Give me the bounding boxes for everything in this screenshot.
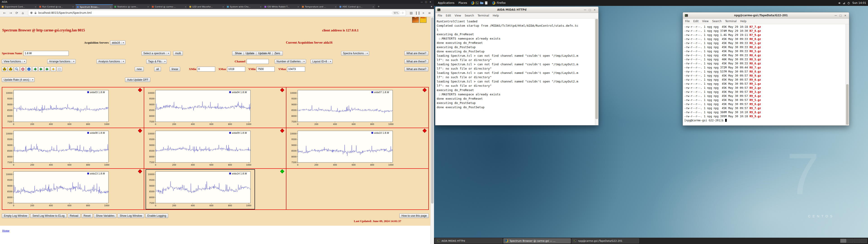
spectrum-plot[interactable]: 7500800085009000950010000020040060080010…	[288, 129, 397, 168]
close-button[interactable]: ×	[429, 1, 432, 3]
show-button[interactable]: Show	[233, 52, 243, 55]
status-diamond-red[interactable]	[423, 128, 427, 133]
spectrum-panel-aida09[interactable]: 7500800085009000950010000020040060080010…	[144, 128, 286, 169]
menu-edit[interactable]: Edit	[446, 14, 451, 17]
enable-logging-button[interactable]: Enable Logging	[145, 214, 168, 218]
close-button[interactable]: ×	[843, 14, 847, 17]
browser-tab-4[interactable]: Statistics @ carm...×	[113, 4, 151, 9]
show-log-window-button[interactable]: Show Log Window	[118, 214, 144, 218]
terminal-icon[interactable]	[475, 1, 479, 5]
scrollbar-thumb[interactable]	[431, 18, 434, 204]
show-variables-button[interactable]: Show Variables	[94, 214, 117, 218]
tab-close-icon[interactable]: ×	[372, 6, 374, 8]
sidebar-icon[interactable]: ❙❙	[415, 11, 420, 15]
arrow-right-tool-button[interactable]	[44, 67, 50, 72]
magnifier-tool-button[interactable]	[14, 67, 20, 72]
spectrum-panel-aida04[interactable]: 7500800085009000950010000020040060080010…	[144, 87, 286, 128]
close-button[interactable]: ×	[593, 8, 596, 11]
how-to-use-button[interactable]: How to use this page	[399, 214, 429, 218]
focused-app-menu[interactable]: Firefox	[490, 0, 508, 6]
tab-close-icon[interactable]: ×	[260, 6, 261, 8]
browser-tab-10[interactable]: ASIC Control @ c...×	[338, 4, 376, 9]
browser-tab-7[interactable]: System wide Che...×	[225, 4, 263, 9]
workspace-1[interactable]	[840, 239, 846, 243]
clock[interactable]: Sun 14:01	[852, 1, 866, 4]
spectrum-plot[interactable]: 7500800085009000950010000020040060080010…	[288, 88, 397, 128]
menu-search[interactable]: Search	[712, 20, 721, 23]
spectrum-plot[interactable]: 7500800085009000950010000020040060080010…	[146, 129, 254, 168]
spectrum-plot[interactable]: 7500800085009000950010000020040060080010…	[4, 129, 113, 168]
channel-input[interactable]	[247, 59, 269, 64]
reset-button[interactable]: Reset	[82, 214, 93, 218]
blank-tool-button[interactable]	[57, 67, 62, 72]
maximize-button[interactable]: □	[588, 8, 592, 11]
spectrum-panel-aida08[interactable]: 7500800085009000950010000020040060080010…	[2, 128, 144, 169]
maximize-button[interactable]: □	[839, 14, 842, 17]
diamond-tool-button[interactable]	[51, 67, 56, 72]
tab-close-icon[interactable]: ×	[222, 6, 224, 8]
maximize-button[interactable]: □	[424, 1, 428, 3]
network-icon[interactable]	[843, 2, 846, 4]
spectrum-panel-aida10[interactable]: 7500800085009000950010000020040060080010…	[286, 128, 428, 169]
workspace-4[interactable]	[861, 239, 867, 243]
terminal-tapedata-scrollbar[interactable]	[846, 24, 849, 125]
terminal-httpd-titlebar[interactable]: AIDA MIDAS HTTPd — □ ×	[435, 7, 598, 13]
tab-close-icon[interactable]: ×	[35, 6, 36, 8]
send-log-window-to-elog-button[interactable]: Send Log Window to ELog	[30, 214, 66, 218]
radiation-tool-button[interactable]	[2, 67, 7, 72]
menu-edit[interactable]: Edit	[693, 20, 699, 23]
lock-icon[interactable]	[34, 11, 37, 14]
status-diamond-red[interactable]	[423, 88, 427, 92]
menu-view[interactable]: View	[702, 20, 708, 23]
spectrum-plot[interactable]: 7500800085009000950010000020040060080010…	[146, 88, 254, 128]
acquisition-server-select[interactable]: aida16▼	[110, 40, 125, 45]
update-all-button[interactable]: Update All	[256, 52, 272, 55]
radiation-tool-button[interactable]	[8, 67, 13, 72]
scrollbar-thumb[interactable]	[595, 19, 598, 119]
zoom-level[interactable]: 90%	[392, 11, 400, 14]
firefox-icon[interactable]	[471, 1, 474, 5]
terminal-tapedata-titlebar[interactable]: npg@carme-gsi:/TapeData/G22-201 — □ ×	[683, 12, 849, 19]
forward-button[interactable]: →	[8, 11, 13, 15]
minimize-button[interactable]: —	[834, 14, 838, 17]
menu-file[interactable]: File	[685, 20, 690, 23]
tab-close-icon[interactable]: ×	[297, 6, 299, 8]
taskbar-item-2[interactable]: Spectrum Browser @ carme-gsi — ...	[503, 238, 571, 243]
taskbar-item-3[interactable]: npg@carme-gsi:/TapeData/G22-201	[572, 238, 639, 243]
view-functions-dropdown[interactable]: View functions▼	[2, 59, 26, 64]
app-menu-icon[interactable]: ≡	[427, 11, 432, 15]
what-are-these-button[interactable]: What are these?	[404, 67, 428, 71]
tab-close-icon[interactable]: ×	[185, 6, 186, 8]
browser-tab-2[interactable]: Run Control @ ca...×	[38, 4, 75, 9]
scrollbar-thumb[interactable]	[846, 84, 848, 125]
terminal-httpd-scrollbar[interactable]	[595, 19, 598, 125]
home-link[interactable]: Home	[2, 229, 9, 233]
arrow-left-tool-button[interactable]	[32, 67, 38, 72]
shield-icon[interactable]	[30, 11, 33, 14]
menu-search[interactable]: Search	[465, 14, 474, 17]
status-diamond-red[interactable]	[138, 128, 142, 133]
tab-close-icon[interactable]: ×	[110, 6, 112, 8]
workspace-2[interactable]	[847, 239, 853, 243]
layout-dropdown[interactable]: Layout ID=8▼	[311, 59, 333, 64]
what-are-these-button[interactable]: What are these?	[404, 51, 428, 56]
menu-view[interactable]: View	[455, 14, 461, 17]
reload-button[interactable]: Reload	[68, 214, 81, 218]
page-scrollbar[interactable]	[430, 17, 434, 244]
spectrum-plot[interactable]: 7500800085009000950010000020040060080010…	[146, 170, 254, 209]
status-diamond-red[interactable]	[138, 88, 142, 92]
what-are-these-button[interactable]: What are these?	[404, 59, 428, 64]
zero-button[interactable]: Zero	[273, 52, 282, 55]
volume-icon[interactable]	[838, 2, 841, 4]
xmin-input[interactable]	[197, 67, 215, 72]
analysis-functions-dropdown[interactable]: Analysis functions▼	[96, 59, 125, 64]
info-tool-button[interactable]: i	[26, 67, 32, 72]
ymax-input[interactable]	[287, 67, 305, 72]
update-rate-dropdown[interactable]: Update Rate (4 secs)▼	[2, 78, 35, 82]
home-button[interactable]: ⌂	[21, 11, 25, 15]
target-tool-button[interactable]	[20, 67, 26, 72]
browser-tab-1[interactable]: Experiment Cont...×	[0, 4, 38, 9]
spectrum-panel-aida07[interactable]: 7500800085009000950010000020040060080010…	[286, 87, 428, 128]
files-icon[interactable]	[480, 1, 484, 5]
minimize-button[interactable]: —	[420, 1, 424, 3]
